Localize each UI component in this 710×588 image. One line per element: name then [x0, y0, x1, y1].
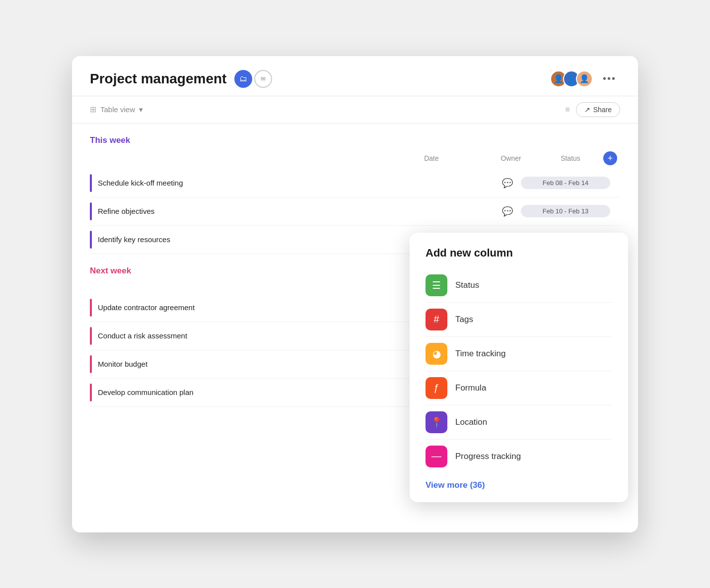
- avatars: 👤 👤 👤: [550, 70, 593, 87]
- task-bar: [90, 231, 92, 249]
- table-row: Schedule kick-off meeting 💬 Feb 08 - Feb…: [90, 169, 620, 197]
- toolbar-right: ≡ ↗ Share: [565, 102, 620, 117]
- divider: [426, 336, 612, 337]
- chat-icon[interactable]: 💬: [502, 206, 513, 217]
- next-week-title: Next week: [90, 266, 131, 276]
- table-icon-btn[interactable]: 🗂: [234, 70, 252, 88]
- table-view-label: Table view: [100, 105, 135, 114]
- main-content: This week Date Owner Status + Schedule k…: [72, 124, 638, 419]
- dropdown-title: Add new column: [426, 247, 612, 260]
- this-week-columns-header: Date Owner Status +: [90, 149, 620, 167]
- add-column-dropdown: Add new column ☰ Status # Tags ◕ Time tr…: [410, 233, 628, 502]
- share-label: Share: [593, 106, 612, 114]
- share-button[interactable]: ↗ Share: [576, 102, 620, 117]
- task-bar: [90, 327, 92, 345]
- task-name: Refine objectives: [98, 207, 502, 215]
- divider: [426, 439, 612, 440]
- tags-label: Tags: [455, 315, 473, 325]
- view-more-button[interactable]: View more (36): [426, 480, 485, 490]
- task-bar: [90, 384, 92, 401]
- progress-tracking-icon: —: [426, 446, 447, 467]
- table-view-button[interactable]: ⊞ Table view ▾: [90, 105, 143, 114]
- col-date-label: Date: [382, 154, 481, 162]
- header-left: Project management 🗂 ✉: [90, 70, 272, 88]
- table-view-icon: ⊞: [90, 105, 96, 114]
- task-bar: [90, 299, 92, 317]
- formula-icon: ƒ: [426, 377, 447, 399]
- time-tracking-icon: ◕: [426, 343, 447, 365]
- chat-icon[interactable]: 💬: [502, 178, 513, 189]
- task-bar: [90, 355, 92, 373]
- task-bar: [90, 174, 92, 192]
- filter-icon[interactable]: ≡: [565, 105, 569, 114]
- task-bar: [90, 202, 92, 220]
- formula-label: Formula: [455, 383, 486, 393]
- task-name: Schedule kick-off meeting: [98, 179, 502, 187]
- col-status-label: Status: [541, 154, 600, 162]
- header: Project management 🗂 ✉ 👤 👤 👤 •••: [72, 56, 638, 96]
- divider: [426, 371, 612, 371]
- column-option-tags[interactable]: # Tags: [426, 304, 612, 335]
- divider: [426, 302, 612, 303]
- col-owner-label: Owner: [481, 154, 541, 162]
- avatar-3: 👤: [576, 70, 593, 87]
- column-option-progress-tracking[interactable]: — Progress tracking: [426, 441, 612, 472]
- envelope-icon-btn[interactable]: ✉: [254, 70, 272, 88]
- status-label: Status: [455, 280, 479, 290]
- add-column-button[interactable]: +: [603, 151, 617, 165]
- page-title: Project management: [90, 71, 226, 87]
- share-icon: ↗: [584, 106, 590, 114]
- column-option-status[interactable]: ☰ Status: [426, 269, 612, 301]
- date-badge: Feb 08 - Feb 14: [521, 177, 610, 189]
- column-option-formula[interactable]: ƒ Formula: [426, 372, 612, 404]
- header-icons: 🗂 ✉: [234, 70, 272, 88]
- progress-tracking-label: Progress tracking: [455, 452, 521, 461]
- toolbar: ⊞ Table view ▾ ≡ ↗ Share: [72, 96, 638, 124]
- chevron-down-icon: ▾: [139, 105, 143, 114]
- date-badge: Feb 10 - Feb 13: [521, 205, 610, 217]
- app-window: Project management 🗂 ✉ 👤 👤 👤 ••• ⊞ Table…: [72, 56, 638, 532]
- time-tracking-label: Time tracking: [455, 349, 505, 359]
- tags-icon: #: [426, 309, 447, 330]
- header-right: 👤 👤 👤 •••: [550, 70, 620, 87]
- more-options-button[interactable]: •••: [599, 71, 620, 86]
- status-icon: ☰: [426, 274, 447, 296]
- divider: [426, 405, 612, 405]
- location-label: Location: [455, 417, 487, 427]
- col-add: +: [600, 151, 620, 165]
- table-row: Refine objectives 💬 Feb 10 - Feb 13: [90, 197, 620, 226]
- this-week-title: This week: [90, 135, 130, 145]
- location-icon: 📍: [426, 411, 447, 433]
- column-option-location[interactable]: 📍 Location: [426, 406, 612, 438]
- this-week-header: This week: [90, 135, 620, 145]
- column-option-time-tracking[interactable]: ◕ Time tracking: [426, 338, 612, 370]
